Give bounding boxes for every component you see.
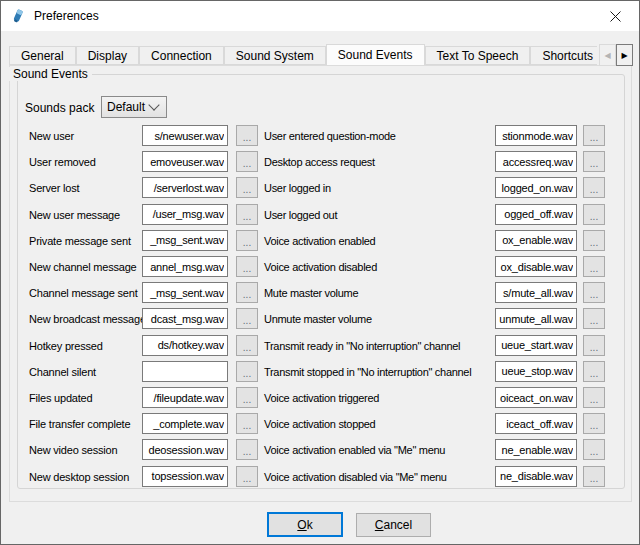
tab-general[interactable]: General: [9, 46, 76, 65]
event-label-right: Transmit stopped in "No interruption" ch…: [264, 361, 494, 383]
sound-file-input-left[interactable]: [142, 282, 228, 303]
sound-file-input-right[interactable]: [495, 256, 577, 277]
tab-display[interactable]: Display: [76, 46, 139, 65]
sound-file-input-right[interactable]: [495, 177, 577, 198]
ellipsis-label: ...: [243, 214, 251, 220]
close-button[interactable]: [593, 2, 638, 30]
sound-file-input-left[interactable]: [142, 204, 228, 225]
browse-button-left[interactable]: ...: [236, 361, 258, 382]
ellipsis-label: ...: [243, 187, 251, 193]
ellipsis-label: ...: [243, 449, 251, 455]
browse-button-right[interactable]: ...: [583, 466, 605, 487]
browse-button-left[interactable]: ...: [236, 151, 258, 172]
browse-button-left[interactable]: ...: [236, 177, 258, 198]
browse-button-right[interactable]: ...: [583, 204, 605, 225]
sounds-pack-select[interactable]: Default: [101, 96, 167, 118]
sound-file-input-left[interactable]: [142, 151, 228, 172]
sound-file-input-right[interactable]: [495, 204, 577, 225]
cancel-button[interactable]: Cancel: [356, 513, 431, 537]
browse-button-right[interactable]: ...: [583, 335, 605, 356]
browse-button-right[interactable]: ...: [583, 413, 605, 434]
sound-file-input-right[interactable]: [495, 466, 577, 487]
sound-file-input-left[interactable]: [142, 125, 228, 146]
browse-button-right[interactable]: ...: [583, 282, 605, 303]
groupbox-legend: Sound Events: [9, 67, 92, 81]
tab-shortcuts[interactable]: Shortcuts: [530, 46, 597, 65]
ellipsis-label: ...: [243, 397, 251, 403]
tab-scroller: ◀ ▶: [599, 44, 633, 66]
sound-file-input-right[interactable]: [495, 308, 577, 329]
event-label-left: New video session: [29, 439, 141, 461]
browse-button-left[interactable]: ...: [236, 439, 258, 460]
sound-event-row: File transfer complete ... Voice activat…: [1, 413, 640, 435]
browse-button-left[interactable]: ...: [236, 204, 258, 225]
browse-button-right[interactable]: ...: [583, 125, 605, 146]
tab-scroll-left-button: ◀: [599, 44, 616, 66]
browse-button-right[interactable]: ...: [583, 439, 605, 460]
browse-button-left[interactable]: ...: [236, 466, 258, 487]
tab-connection[interactable]: Connection: [139, 46, 224, 65]
sound-file-input-right[interactable]: [495, 361, 577, 382]
sound-file-input-left[interactable]: [142, 413, 228, 434]
sound-file-input-left[interactable]: [142, 335, 228, 356]
sound-file-input-left[interactable]: [142, 387, 228, 408]
sound-file-input-left[interactable]: [142, 466, 228, 487]
browse-button-left[interactable]: ...: [236, 308, 258, 329]
browse-button-left[interactable]: ...: [236, 387, 258, 408]
sound-file-input-left[interactable]: [142, 177, 228, 198]
browse-button-right[interactable]: ...: [583, 361, 605, 382]
titlebar: Preferences: [1, 1, 639, 31]
ok-button[interactable]: Ok: [267, 512, 343, 537]
browse-button-right[interactable]: ...: [583, 177, 605, 198]
browse-button-left[interactable]: ...: [236, 282, 258, 303]
sound-event-row: New broadcast message ... Unmute master …: [1, 308, 640, 330]
sound-file-input-right[interactable]: [495, 335, 577, 356]
ellipsis-label: ...: [590, 345, 598, 351]
sound-event-row: Channel message sent ... Mute master vol…: [1, 282, 640, 304]
sound-file-input-right[interactable]: [495, 230, 577, 251]
ellipsis-label: ...: [243, 161, 251, 167]
tab-strip: General Display Connection Sound System …: [9, 43, 597, 65]
tab-sound-system[interactable]: Sound System: [224, 46, 326, 65]
browse-button-right[interactable]: ...: [583, 230, 605, 251]
sound-file-input-left[interactable]: [142, 230, 228, 251]
sound-file-input-right[interactable]: [495, 125, 577, 146]
event-label-right: Voice activation stopped: [264, 413, 494, 435]
browse-button-right[interactable]: ...: [583, 387, 605, 408]
browse-button-right[interactable]: ...: [583, 308, 605, 329]
event-label-left: File transfer complete: [29, 413, 141, 435]
ellipsis-label: ...: [243, 240, 251, 246]
preferences-dialog: Preferences General Display Connection S…: [0, 0, 640, 545]
browse-button-right[interactable]: ...: [583, 151, 605, 172]
sound-file-input-right[interactable]: [495, 387, 577, 408]
ellipsis-label: ...: [243, 318, 251, 324]
sound-file-input-right[interactable]: [495, 151, 577, 172]
sound-file-input-left[interactable]: [142, 439, 228, 460]
arrow-right-icon: ▶: [621, 51, 627, 60]
event-label-left: Private message sent: [29, 230, 141, 252]
sound-file-input-left[interactable]: [142, 361, 228, 382]
ellipsis-label: ...: [243, 476, 251, 482]
sound-event-row: Server lost ... User logged in ...: [1, 177, 640, 199]
browse-button-left[interactable]: ...: [236, 335, 258, 356]
sound-event-row: New channel message ... Voice activation…: [1, 256, 640, 278]
tab-sound-events[interactable]: Sound Events: [326, 44, 425, 65]
sound-file-input-left[interactable]: [142, 256, 228, 277]
browse-button-left[interactable]: ...: [236, 256, 258, 277]
event-label-right: Unmute master volume: [264, 308, 494, 330]
browse-button-left[interactable]: ...: [236, 125, 258, 146]
sounds-pack-label: Sounds pack: [25, 101, 94, 115]
sound-file-input-right[interactable]: [495, 413, 577, 434]
sound-event-row: Private message sent ... Voice activatio…: [1, 230, 640, 252]
tab-text-to-speech[interactable]: Text To Speech: [425, 46, 531, 65]
event-label-right: Voice activation enabled: [264, 230, 494, 252]
browse-button-right[interactable]: ...: [583, 256, 605, 277]
tab-scroll-right-button[interactable]: ▶: [616, 44, 633, 66]
sound-file-input-right[interactable]: [495, 439, 577, 460]
browse-button-left[interactable]: ...: [236, 230, 258, 251]
event-label-left: New user: [29, 125, 141, 147]
sound-file-input-left[interactable]: [142, 308, 228, 329]
ellipsis-label: ...: [590, 135, 598, 141]
sound-file-input-right[interactable]: [495, 282, 577, 303]
browse-button-left[interactable]: ...: [236, 413, 258, 434]
